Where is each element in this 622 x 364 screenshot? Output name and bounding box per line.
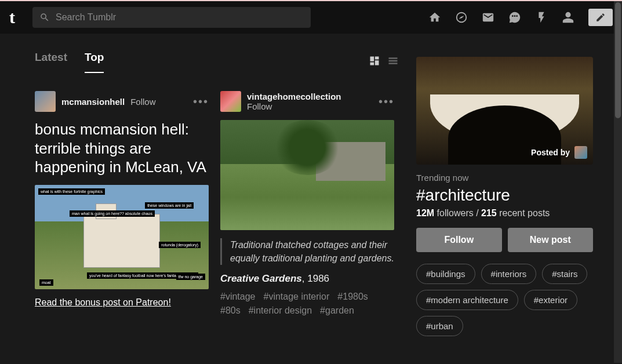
hashtag-stats: 12M followers / 215 recent posts xyxy=(416,208,593,219)
post-source: Creative Gardens, 1986 xyxy=(220,273,394,285)
post-title: bonus mcmansion hell: terrible things ar… xyxy=(35,120,209,177)
new-post-button[interactable]: New post xyxy=(508,228,594,252)
post-tag[interactable]: #garden xyxy=(320,305,354,316)
post-card: mcmansionhell Follow ••• bonus mcmansion… xyxy=(35,91,209,316)
post-tags: #vintage #vintage interior #1980s #80s #… xyxy=(220,292,394,316)
messaging-icon[interactable] xyxy=(508,11,521,24)
hashtag-title[interactable]: #architecture xyxy=(416,186,593,205)
related-tag[interactable]: #exterior xyxy=(524,290,577,310)
post-image[interactable]: what is with these fortnite graphics man… xyxy=(35,185,209,289)
trending-hero-image[interactable]: Posted by xyxy=(416,57,593,165)
related-tags: #buildings #interiors #stairs #modern ar… xyxy=(416,264,593,336)
list-view-toggle[interactable] xyxy=(387,55,399,69)
post-tag[interactable]: #vintage interior xyxy=(264,292,330,302)
image-annotation: what is with these fortnite graphics xyxy=(38,188,105,195)
search-container[interactable] xyxy=(32,7,311,28)
related-tag[interactable]: #buildings xyxy=(416,264,475,284)
search-input[interactable] xyxy=(56,12,304,23)
post-menu-icon[interactable]: ••• xyxy=(379,95,394,108)
image-annotation: man what is going on here?? absolute cha… xyxy=(70,210,155,217)
related-tag[interactable]: #modern architecture xyxy=(416,290,518,310)
tab-top[interactable]: Top xyxy=(85,51,104,73)
image-annotation: tfw no garage xyxy=(176,274,205,280)
avatar xyxy=(574,146,587,159)
image-annotation: moat xyxy=(39,279,53,286)
grid-view-toggle[interactable] xyxy=(369,55,380,69)
post-quote: Traditional thatched cottages and their … xyxy=(220,238,394,265)
tumblr-logo[interactable]: t xyxy=(9,8,23,27)
post-image[interactable] xyxy=(220,120,394,230)
related-tag[interactable]: #interiors xyxy=(481,264,537,284)
search-icon xyxy=(39,12,50,23)
posted-by-label[interactable]: Posted by xyxy=(531,146,587,159)
follow-link[interactable]: Follow xyxy=(247,101,341,111)
avatar[interactable] xyxy=(35,91,56,112)
compose-button[interactable] xyxy=(588,9,613,26)
feed-header: Latest Top xyxy=(35,51,399,74)
post-menu-icon[interactable]: ••• xyxy=(193,95,209,108)
post-tag[interactable]: #vintage xyxy=(220,292,256,302)
post-username[interactable]: vintagehomecollection xyxy=(247,92,341,101)
trending-label: Trending now xyxy=(416,173,593,183)
image-annotation: these windows are in jail xyxy=(145,202,194,209)
avatar[interactable] xyxy=(220,91,241,112)
post-link[interactable]: Read the bonus post on Patreon! xyxy=(35,297,171,307)
post-card: vintagehomecollection Follow ••• Traditi… xyxy=(220,91,394,316)
account-icon[interactable] xyxy=(562,11,574,24)
post-tag[interactable]: #interior design xyxy=(249,305,312,316)
post-tag[interactable]: #80s xyxy=(220,305,241,316)
post-tag[interactable]: #1980s xyxy=(337,292,368,302)
pencil-icon xyxy=(595,12,606,23)
activity-icon[interactable] xyxy=(535,11,548,24)
trending-sidebar: Posted by Trending now #architecture 12M… xyxy=(416,57,593,364)
post-username[interactable]: mcmansionhell xyxy=(61,97,125,107)
tab-latest[interactable]: Latest xyxy=(35,51,67,73)
inbox-icon[interactable] xyxy=(482,11,494,24)
scrollbar[interactable] xyxy=(614,1,622,363)
top-navigation: t xyxy=(0,1,622,34)
follow-link[interactable]: Follow xyxy=(130,97,155,107)
related-tag[interactable]: #urban xyxy=(416,316,463,336)
image-annotation: rotunda (derogatory) xyxy=(159,242,201,248)
explore-icon[interactable] xyxy=(455,11,468,24)
scrollbar-thumb[interactable] xyxy=(615,2,621,118)
related-tag[interactable]: #stairs xyxy=(542,264,587,284)
home-icon[interactable] xyxy=(428,11,441,24)
follow-button[interactable]: Follow xyxy=(416,228,502,252)
